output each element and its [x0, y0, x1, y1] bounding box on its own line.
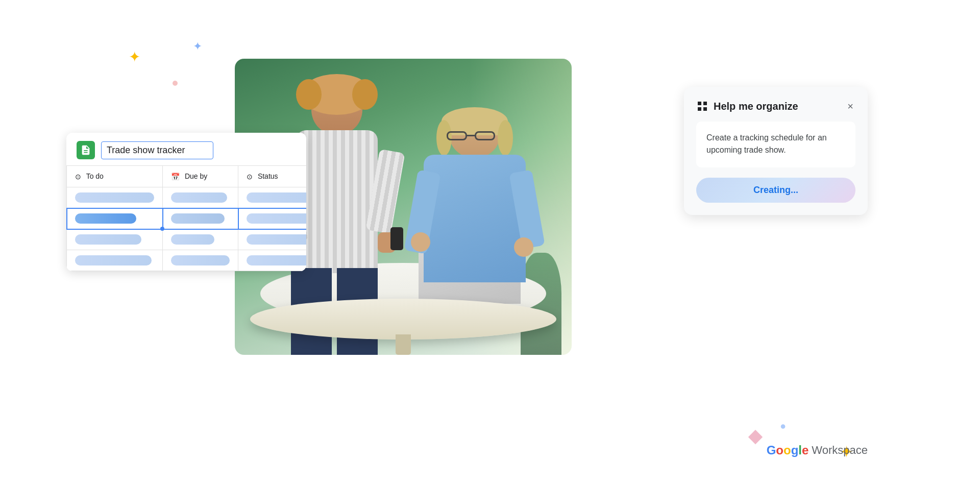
sparkle-blue-2: ●: [780, 420, 786, 432]
status-icon: ⊙: [247, 173, 253, 181]
help-panel-header: Help me organize ×: [696, 99, 855, 113]
table-row: [67, 229, 307, 250]
sheets-header: [66, 133, 306, 165]
table-row: [67, 187, 307, 208]
sparkle-yellow-1: ✦: [129, 49, 140, 65]
sheets-logo-icon: [80, 144, 91, 156]
cell-dueby-2: [163, 208, 238, 229]
col-todo: ⊙ To do: [67, 166, 163, 187]
google-workspace-logo: Google Workspace: [767, 443, 868, 457]
help-panel-title: Help me organize: [696, 100, 798, 112]
workspace-label: Workspace: [812, 444, 868, 457]
cell-todo-2: [67, 208, 163, 229]
cell-todo-3: [67, 229, 163, 250]
cell-todo-4: [67, 250, 163, 271]
cell-dueby-3: [163, 229, 238, 250]
table-row: [67, 250, 307, 271]
cell-status-1: [238, 187, 307, 208]
diamond-pink: [748, 430, 763, 444]
spreadsheet-title-input[interactable]: [101, 141, 213, 159]
help-text-area: Create a tracking schedule for an upcomi…: [696, 122, 855, 167]
todo-icon: ⊙: [75, 173, 81, 181]
dot-pink: [173, 81, 178, 86]
sparkle-blue-1: ✦: [193, 40, 202, 53]
google-logo-text: Google: [767, 443, 809, 457]
cell-status-2: [238, 208, 307, 229]
organize-icon: [696, 100, 708, 112]
sheets-card: ⊙ To do 📅 Due by ⊙ Status: [66, 133, 306, 271]
creating-button[interactable]: Creating...: [696, 178, 855, 203]
sheets-icon: [77, 141, 95, 159]
cell-status-3: [238, 229, 307, 250]
spreadsheet-table: ⊙ To do 📅 Due by ⊙ Status: [66, 165, 306, 271]
cell-dueby-4: [163, 250, 238, 271]
cell-todo-1: [67, 187, 163, 208]
cell-status-4: [238, 250, 307, 271]
cell-dueby-1: [163, 187, 238, 208]
col-status: ⊙ Status: [238, 166, 307, 187]
table-row-selected: [67, 208, 307, 229]
help-panel: Help me organize × Create a tracking sch…: [684, 87, 868, 215]
dueby-icon: 📅: [171, 173, 180, 181]
close-button[interactable]: ×: [845, 99, 855, 113]
col-dueby: 📅 Due by: [163, 166, 238, 187]
